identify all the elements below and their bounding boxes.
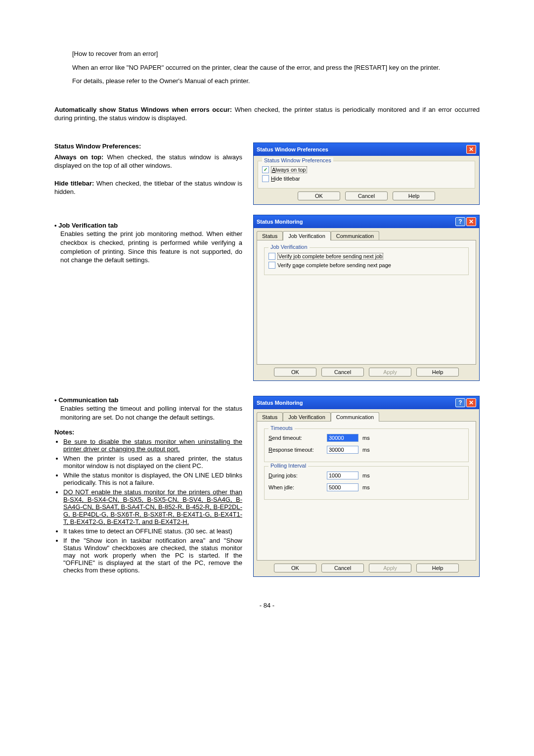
- timeouts-legend: Timeouts: [268, 425, 295, 431]
- recover-title: [How to recover from an error]: [72, 49, 480, 58]
- dlg-status-monitoring-comm: Status Monitoring ? ✕ Status Job Verific…: [253, 396, 480, 577]
- dlg-cm-title-text: Status Monitoring: [257, 400, 303, 406]
- recover-l1: When an error like "NO PAPER" occurred o…: [72, 63, 480, 72]
- tab-communication[interactable]: Communication: [331, 231, 379, 240]
- tab-status[interactable]: Status: [257, 412, 283, 422]
- dlg-swp: Status Window Preferences ✕ Status Windo…: [253, 142, 480, 205]
- chk-verify-job[interactable]: Verify job complete before sending next …: [268, 253, 464, 260]
- close-icon[interactable]: ✕: [466, 217, 476, 226]
- dlg-swp-group-legend: Status Window Preferences: [262, 157, 333, 163]
- checkbox-icon: ✓: [262, 166, 269, 173]
- ok-button[interactable]: OK: [274, 564, 316, 572]
- tab-status[interactable]: Status: [257, 231, 283, 240]
- checkbox-icon: [268, 253, 275, 260]
- row-during-jobs: During jobs: 1000 ms: [268, 472, 464, 479]
- ok-button[interactable]: OK: [298, 191, 340, 200]
- swp-left: Status Window Preferences: Always on top…: [54, 142, 242, 391]
- help-icon[interactable]: ?: [455, 217, 465, 226]
- unit-ms: ms: [362, 484, 370, 490]
- ok-button[interactable]: OK: [274, 368, 316, 377]
- help-icon[interactable]: ?: [455, 398, 465, 407]
- dlg-swp-title: Status Window Preferences ✕: [254, 143, 479, 156]
- tabstrip: Status Job Verification Communication: [257, 231, 476, 240]
- jobv-block: • Job Verification tab Enables setting t…: [54, 221, 242, 265]
- jv-group-legend: Job Verification: [268, 244, 310, 250]
- comm-body: Enables setting the timeout and polling …: [54, 404, 242, 422]
- dlg-jv-title-text: Status Monitoring: [257, 219, 303, 225]
- notes-list: Be sure to disable the status monitor wh…: [54, 438, 242, 574]
- unit-ms: ms: [362, 447, 370, 453]
- note-2: When the printer is used as a shared pri…: [63, 455, 242, 470]
- apply-button[interactable]: Apply: [369, 368, 411, 377]
- tab-body-comm: Timeouts Send timeout: 30000 ms Response…: [257, 421, 476, 561]
- chk-verify-page[interactable]: Verify page complete before sending next…: [268, 262, 464, 269]
- tab-job-verification[interactable]: Job Verification: [283, 231, 331, 240]
- send-timeout-input[interactable]: 30000: [327, 434, 358, 442]
- when-idle-input[interactable]: 5000: [327, 483, 358, 491]
- help-button[interactable]: Help: [416, 564, 459, 572]
- swp-aot-bold: Always on top:: [54, 153, 103, 161]
- checkbox-icon: [268, 262, 275, 269]
- response-timeout-input[interactable]: 30000: [327, 446, 358, 454]
- dlg-jv-title: Status Monitoring ? ✕: [254, 215, 479, 228]
- comm-right: Status Monitoring ? ✕ Status Job Verific…: [253, 396, 480, 587]
- unit-ms: ms: [362, 435, 370, 441]
- document-page: [How to recover from an error] When an e…: [0, 0, 534, 629]
- note-3: While the status monitor is displayed, t…: [63, 472, 242, 486]
- comm-row: • Communication tab Enables setting the …: [54, 396, 480, 587]
- row-when-idle: When idle: 5000 ms: [268, 483, 464, 491]
- dlg-status-monitoring-jv: Status Monitoring ? ✕ Status Job Verific…: [253, 215, 480, 381]
- polling-legend: Polling Interval: [268, 463, 308, 469]
- apply-button[interactable]: Apply: [369, 564, 411, 572]
- swp-ht: Hide titlebar: When checked, the titleba…: [54, 179, 242, 196]
- swp-row: Status Window Preferences: Always on top…: [54, 142, 480, 391]
- tab-communication[interactable]: Communication: [331, 412, 379, 422]
- tab-job-verification[interactable]: Job Verification: [283, 412, 331, 422]
- dlg-cm-title: Status Monitoring ? ✕: [254, 396, 479, 409]
- chk-hide-titlebar[interactable]: Hide titlebar: [262, 175, 471, 182]
- close-icon[interactable]: ✕: [466, 145, 476, 154]
- during-jobs-input[interactable]: 1000: [327, 472, 358, 479]
- swp-right: Status Window Preferences ✕ Status Windo…: [253, 142, 480, 391]
- note-1: Be sure to disable the status monitor wh…: [63, 438, 242, 453]
- swp-ht-bold: Hide titlebar:: [54, 180, 94, 187]
- cancel-button[interactable]: Cancel: [321, 368, 364, 377]
- jobv-body: Enables setting the print job monitoring…: [54, 230, 242, 264]
- tabstrip: Status Job Verification Communication: [257, 412, 476, 422]
- help-button[interactable]: Help: [393, 191, 435, 200]
- swp-heading: Status Window Preferences:: [54, 142, 242, 150]
- cancel-button[interactable]: Cancel: [345, 191, 388, 200]
- comm-head: • Communication tab: [54, 396, 242, 405]
- row-send-timeout: Send timeout: 30000 ms: [268, 434, 464, 442]
- swp-aot: Always on top: When checked, the status …: [54, 153, 242, 170]
- row-response-timeout: Response timeout: 30000 ms: [268, 446, 464, 454]
- jobv-head: • Job Verification tab: [54, 221, 242, 230]
- dlg-swp-title-text: Status Window Preferences: [257, 146, 328, 152]
- cancel-button[interactable]: Cancel: [321, 564, 364, 572]
- recover-block: [How to recover from an error] When an e…: [54, 49, 480, 86]
- auto-show-paragraph: Automatically show Status Windows when e…: [54, 105, 480, 123]
- comm-left: • Communication tab Enables setting the …: [54, 396, 242, 587]
- auto-show-bold: Automatically show Status Windows when e…: [54, 106, 232, 113]
- help-button[interactable]: Help: [416, 368, 459, 377]
- notes-title: Notes:: [54, 428, 242, 436]
- note-4: DO NOT enable the status monitor for the…: [63, 488, 242, 525]
- chk-always-on-top[interactable]: ✓ Always on top: [262, 166, 471, 173]
- checkbox-icon: [262, 175, 269, 182]
- recover-l2: For details, please refer to the Owner's…: [72, 77, 480, 86]
- note-5: It takes time to detect an OFFLINE statu…: [63, 527, 242, 535]
- comm-block: • Communication tab Enables setting the …: [54, 396, 242, 422]
- page-number: - 84 -: [54, 602, 480, 609]
- close-icon[interactable]: ✕: [466, 398, 476, 407]
- tab-body-jv: Job Verification Verify job complete bef…: [257, 240, 476, 365]
- note-6: If the "Show icon in taskbar notificatio…: [63, 537, 242, 574]
- unit-ms: ms: [362, 472, 370, 478]
